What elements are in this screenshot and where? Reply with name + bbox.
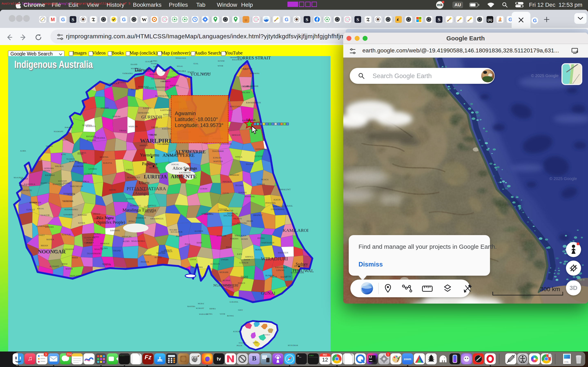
svg-text:NGGPIMA: NGGPIMA [82, 124, 92, 126]
svg-text:PITRAWNG: PITRAWNG [250, 72, 259, 75]
svg-text:NGGMAPIT: NGGMAPIT [54, 131, 63, 133]
svg-text:GUMURDHA: GUMURDHA [85, 173, 97, 175]
svg-text:KUKUK: KUKUK [233, 331, 240, 333]
svg-text:BUNWA: BUNWA [223, 279, 230, 282]
svg-text:BUNWA: BUNWA [227, 315, 234, 317]
svg-text:RRIAI: RRIAI [62, 263, 67, 265]
svg-text:KARAKU: KARAKU [127, 198, 136, 200]
svg-text:RAWRAW: RAWRAW [78, 214, 87, 216]
svg-text:BAWARTE: BAWARTE [110, 229, 120, 232]
svg-text:(Anangu): (Anangu) [133, 191, 149, 196]
svg-text:GURAW: GURAW [200, 188, 208, 190]
svg-text:RIKAAL: RIKAAL [37, 208, 44, 210]
svg-text:AIBAERNGUG: AIBAERNGUG [150, 217, 164, 220]
svg-text:ANDDHA: ANDDHA [170, 84, 179, 87]
svg-text:KUGALMUR: KUGALMUR [171, 231, 182, 233]
svg-text:BUNNY: BUNNY [155, 256, 162, 259]
svg-text:GUAL: GUAL [193, 63, 199, 65]
svg-text:(Spinifex People): (Spinifex People) [96, 220, 125, 225]
svg-text:YADHADHA: YADHADHA [122, 72, 133, 75]
svg-text:GALKAAL: GALKAAL [283, 205, 293, 207]
svg-text:DHAINGT: DHAINGT [253, 214, 263, 216]
svg-text:GURATEIL: GURATEIL [229, 301, 238, 303]
svg-text:GUNAI: GUNAI [261, 291, 276, 296]
svg-text:GURINDJI: GURINDJI [141, 114, 162, 119]
svg-text:DAMANNGGB: DAMANNGGB [155, 86, 168, 88]
svg-text:© 2025 Google: © 2025 Google [549, 176, 577, 181]
svg-text:MAANDAL: MAANDAL [245, 195, 255, 198]
svg-text:GUNGGT: GUNGGT [26, 209, 35, 211]
svg-text:NYANGG: NYANGG [118, 81, 126, 83]
svg-text:TORRES STRAIT: TORRES STRAIT [237, 56, 271, 60]
svg-text:RAAND: RAAND [30, 201, 37, 204]
svg-text:YIRRRI: YIRRRI [151, 126, 158, 128]
svg-text:LIYIRKU: LIYIRKU [89, 168, 97, 170]
svg-text:Takalak: Takalak [246, 118, 256, 122]
svg-text:RRIER: RRIER [72, 257, 78, 259]
svg-text:UWUWNGAKA: UWUWNGAKA [172, 70, 186, 72]
svg-text:PITEWIMA: PITEWIMA [265, 202, 276, 204]
svg-text:WARRAW: WARRAW [230, 174, 239, 176]
svg-text:MURIN: MURIN [241, 238, 248, 240]
svg-text:KAPITWAR: KAPITWAR [160, 109, 171, 111]
svg-text:KUILYYA: KUILYYA [103, 162, 112, 164]
svg-text:GUNPIT: GUNPIT [242, 85, 249, 87]
svg-text:AITHA: AITHA [163, 114, 169, 116]
svg-text:DJAPI: DJAPI [197, 242, 202, 244]
svg-text:MAMIALM: MAMIALM [136, 217, 146, 219]
svg-text:Uluru: Uluru [139, 180, 149, 185]
svg-text:YIRAND: YIRAND [113, 250, 121, 252]
svg-text:TURUWAL: TURUWAL [292, 268, 314, 273]
svg-text:NGAAITJUILY: NGAAITJUILY [127, 176, 140, 179]
svg-text:RAJANNGA: RAJANNGA [53, 183, 64, 185]
svg-text:DJAKAIL: DJAKAIL [257, 183, 265, 185]
svg-text:WALERN: WALERN [242, 91, 250, 94]
svg-text:NGGGA: NGGGA [246, 163, 253, 165]
svg-text:BAMI: BAMI [162, 70, 167, 72]
svg-text:ALNGG: ALNGG [94, 233, 101, 235]
svg-text:INGTE: INGTE [150, 134, 156, 136]
svg-text:NYAAL: NYAAL [177, 65, 183, 67]
svg-text:BATJURAKA: BATJURAKA [275, 266, 287, 268]
svg-text:WARLPIRI: WARLPIRI [140, 137, 171, 144]
svg-text:ERNBAERN: ERNBAERN [138, 112, 149, 114]
svg-text:MAALMURRA: MAALMURRA [131, 240, 145, 242]
svg-text:DJAYA: DJAYA [244, 259, 250, 261]
svg-text:ARRENTE: ARRENTE [171, 174, 197, 179]
svg-text:DHAWIGAL: DHAWIGAL [227, 212, 238, 215]
svg-text:YIRRAW: YIRRAW [112, 115, 121, 118]
svg-text:WIUWRIPI: WIUWRIPI [58, 180, 67, 182]
svg-text:Matalinga Tjarutja: Matalinga Tjarutja [122, 207, 156, 212]
svg-text:ERNBUNRA: ERNBUNRA [63, 200, 73, 202]
svg-text:DHAPI: DHAPI [247, 220, 253, 222]
svg-text:ERNRAJAN: ERNRAJAN [138, 86, 149, 88]
svg-text:PITILYING: PITILYING [237, 222, 247, 224]
svg-text:PIBAT: PIBAT [226, 246, 232, 248]
svg-text:WALNGG: WALNGG [55, 165, 64, 167]
svg-text:ERNRA: ERNRA [209, 308, 216, 310]
svg-text:LURITJA: LURITJA [144, 174, 167, 180]
svg-text:WARTHARAN: WARTHARAN [261, 242, 274, 244]
svg-text:Sydney: Sydney [296, 262, 308, 267]
svg-text:KUKNGG: KUKNGG [163, 80, 171, 82]
svg-text:ILYDJA: ILYDJA [78, 222, 85, 224]
svg-text:RRIBA: RRIBA [176, 235, 182, 237]
svg-text:MAPITEM: MAPITEM [213, 160, 223, 162]
svg-text:NGAKUK: NGAKUK [67, 193, 75, 196]
svg-text:GUNRA: GUNRA [86, 239, 94, 241]
svg-text:MURAI: MURAI [255, 249, 262, 251]
svg-text:MANMI: MANMI [66, 268, 73, 270]
svg-text:MAALBUN: MAALBUN [14, 176, 23, 179]
svg-text:ALANDALNYA: ALANDALNYA [155, 95, 169, 97]
svg-text:MIDHAAL: MIDHAAL [19, 184, 28, 186]
svg-text:YIRNGG: YIRNGG [46, 145, 53, 147]
svg-text:MURTHA: MURTHA [100, 156, 109, 158]
svg-text:NYAGUALIL: NYAGUALIL [176, 57, 186, 59]
svg-text:Papunya: Papunya [142, 161, 157, 166]
svg-text:ARRMURG: ARRMURG [121, 235, 132, 238]
svg-text:ALTHAPIT: ALTHAPIT [49, 265, 59, 267]
svg-text:INGTHA: INGTHA [131, 88, 139, 91]
svg-text:ILYAL: ILYAL [61, 153, 66, 155]
svg-text:NGARRINDHERI: NGARRINDHERI [213, 284, 238, 287]
svg-text:ERNDA: ERNDA [153, 66, 160, 68]
